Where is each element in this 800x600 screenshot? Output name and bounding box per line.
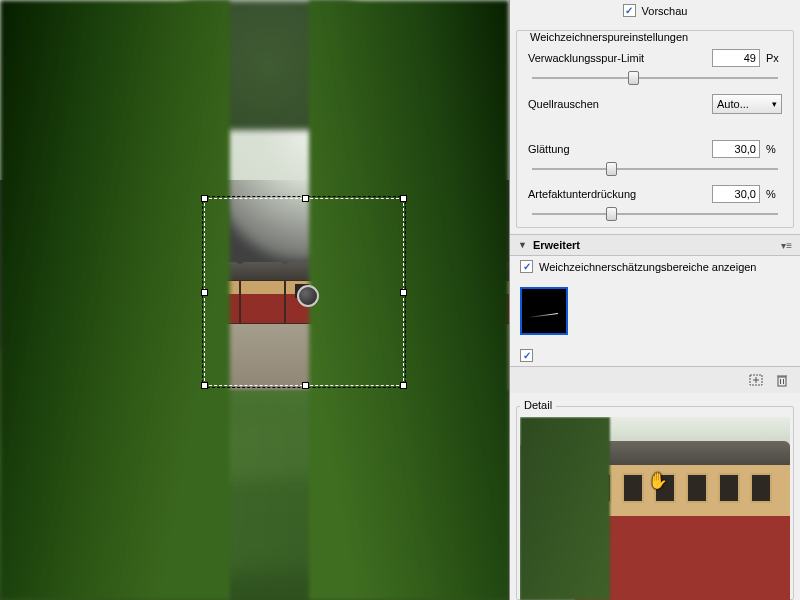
resize-handle-w[interactable] (201, 289, 208, 296)
resize-handle-e[interactable] (400, 289, 407, 296)
delete-region-icon[interactable] (774, 372, 790, 388)
blur-trace-title: Weichzeichnerspureinstellungen (526, 31, 692, 43)
detail-group: Detail ✋ (516, 399, 794, 600)
artifact-slider[interactable] (532, 206, 778, 222)
detail-loupe[interactable]: ✋ (520, 417, 790, 600)
region-enable-checkbox[interactable] (520, 349, 533, 362)
resize-handle-n[interactable] (302, 195, 309, 202)
blur-region-selection[interactable] (204, 198, 404, 386)
smoothing-input[interactable] (712, 140, 760, 158)
region-thumbnail[interactable] (520, 287, 568, 335)
trace-limit-input[interactable] (712, 49, 760, 67)
artifact-input[interactable] (712, 185, 760, 203)
source-noise-label: Quellrauschen (528, 98, 706, 110)
detail-title: Detail (520, 399, 556, 411)
disclosure-triangle-icon: ▼ (518, 240, 527, 250)
blur-trace-group: Weichzeichnerspureinstellungen Verwacklu… (516, 23, 794, 228)
region-toolbar (510, 366, 800, 393)
advanced-header[interactable]: ▼ Erweitert ▾≡ (510, 234, 800, 256)
preview-checkbox[interactable] (623, 4, 636, 17)
artifact-unit: % (766, 188, 782, 200)
trace-limit-slider[interactable] (532, 70, 778, 86)
smoothing-label: Glättung (528, 143, 706, 155)
smoothing-unit: % (766, 143, 782, 155)
trace-limit-unit: Px (766, 52, 782, 64)
resize-handle-s[interactable] (302, 382, 309, 389)
trace-limit-label: Verwacklungsspur-Limit (528, 52, 706, 64)
resize-handle-se[interactable] (400, 382, 407, 389)
add-region-icon[interactable] (748, 372, 764, 388)
resize-handle-nw[interactable] (201, 195, 208, 202)
artifact-label: Artefaktunterdrückung (528, 188, 706, 200)
advanced-title: Erweitert (533, 239, 580, 251)
image-canvas[interactable] (0, 0, 510, 600)
show-regions-label: Weichzeichnerschätzungsbereiche anzeigen (539, 261, 757, 273)
svg-rect-3 (778, 377, 786, 386)
source-noise-dropdown[interactable]: Auto... (712, 94, 782, 114)
settings-panel: Vorschau Weichzeichnerspureinstellungen … (510, 0, 800, 600)
resize-handle-sw[interactable] (201, 382, 208, 389)
preview-label: Vorschau (642, 5, 688, 17)
region-center-pin[interactable] (297, 285, 319, 307)
show-regions-checkbox[interactable] (520, 260, 533, 273)
section-menu-icon[interactable]: ▾≡ (781, 240, 792, 251)
smoothing-slider[interactable] (532, 161, 778, 177)
resize-handle-ne[interactable] (400, 195, 407, 202)
